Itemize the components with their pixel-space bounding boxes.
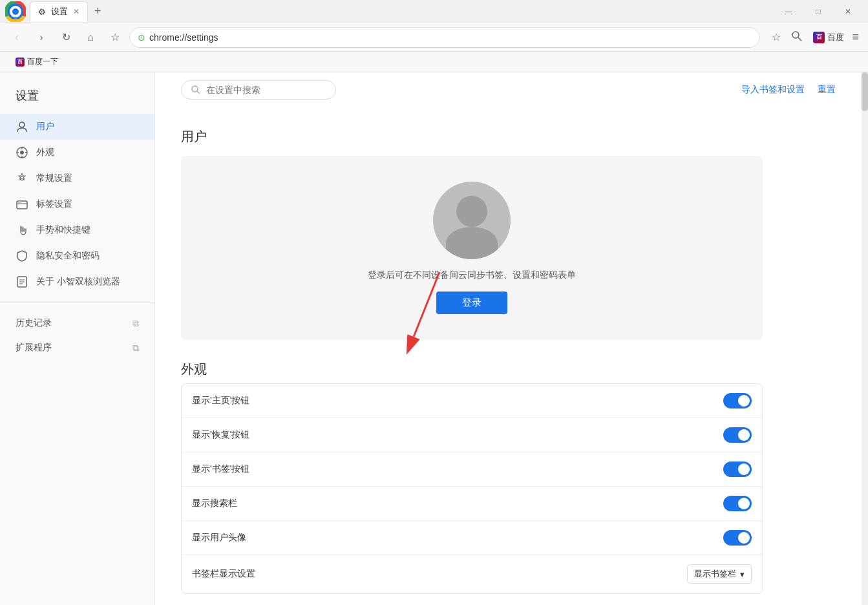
tab-settings-icon: ⚙ <box>38 7 46 17</box>
toggle-avatar[interactable] <box>723 530 752 546</box>
toggle-home[interactable] <box>723 393 752 409</box>
sidebar-gestures-label: 手势和快捷键 <box>36 224 90 236</box>
toggle-row-bookmark: 显示'书签'按钮 <box>182 452 762 487</box>
sidebar-item-privacy[interactable]: 隐私安全和密码 <box>0 243 154 269</box>
content-area: 设置 用户 外观 常规设置 <box>0 72 868 605</box>
svg-rect-14 <box>18 201 21 204</box>
nav-right: ☆ 百 百度 ≡ <box>769 28 862 47</box>
baidu-icon: 百 <box>813 32 825 43</box>
toggle-avatar-label: 显示用户头像 <box>192 532 246 544</box>
home-button[interactable]: ⌂ <box>80 27 101 48</box>
toggle-bookmark[interactable] <box>723 462 752 477</box>
new-tab-button[interactable]: + <box>90 5 105 18</box>
sidebar-users-label: 用户 <box>36 121 54 133</box>
toggle-bookmark-thumb <box>738 463 750 475</box>
bookmarks-bar-select[interactable]: 显示书签栏 ▾ <box>687 564 752 584</box>
sidebar-item-about[interactable]: 关于 小智双核浏览器 <box>0 269 154 295</box>
sidebar-title: 设置 <box>0 83 154 114</box>
header-actions: 导入书签和设置 重置 <box>741 84 836 96</box>
toggle-row-searchbar: 显示搜索栏 <box>182 487 762 521</box>
toggle-restore-thumb <box>738 429 750 441</box>
user-section-wrap: 登录后可在不同设备间云同步书签、设置和密码表单 登录 <box>181 156 763 340</box>
reset-button[interactable]: 重置 <box>818 84 836 96</box>
appearance-section: 外观 显示'主页'按钮 显示'恢复'按钮 <box>181 361 763 594</box>
baidu-label: 百度 <box>827 32 844 43</box>
bookmark-baidu[interactable]: 百 百度一下 <box>10 54 63 70</box>
general-icon <box>16 172 28 185</box>
main-content: 用户 登录后可在不同设备间云同步书签、设置和密码表单 登录 <box>155 107 789 605</box>
scrollbar-thumb[interactable] <box>862 72 868 111</box>
import-button[interactable]: 导入书签和设置 <box>741 84 805 96</box>
svg-line-20 <box>197 91 200 94</box>
avatar-body <box>446 227 498 259</box>
refresh-button[interactable]: ↻ <box>56 27 76 48</box>
privacy-icon <box>16 249 28 262</box>
address-bar-wrap: ⊙ <box>129 27 760 48</box>
about-icon <box>16 275 28 288</box>
login-button[interactable]: 登录 <box>436 292 507 314</box>
sidebar-item-history[interactable]: 历史记录 ⧉ <box>0 311 154 335</box>
secure-icon: ⊙ <box>138 32 145 43</box>
favorites-button[interactable]: ☆ <box>769 28 783 46</box>
forward-button[interactable]: › <box>31 27 52 48</box>
svg-point-2 <box>12 8 19 15</box>
user-card: 登录后可在不同设备间云同步书签、设置和密码表单 登录 <box>181 156 763 340</box>
active-tab[interactable]: ⚙ 设置 ✕ <box>30 1 88 22</box>
user-section-title: 用户 <box>181 123 763 145</box>
toggle-restore[interactable] <box>723 427 752 443</box>
svg-point-5 <box>19 122 25 127</box>
close-button[interactable]: ✕ <box>833 0 863 23</box>
toggle-home-thumb <box>738 395 750 407</box>
dropdown-row-bookmarks-bar: 书签栏显示设置 显示书签栏 ▾ <box>182 555 762 593</box>
sidebar-divider <box>0 302 154 303</box>
browser-logo <box>5 1 26 22</box>
extensions-label: 扩展程序 <box>16 342 52 354</box>
toggle-avatar-thumb <box>738 532 750 544</box>
window-controls: — □ ✕ <box>774 0 863 23</box>
sidebar-item-general[interactable]: 常规设置 <box>0 165 154 191</box>
bookmarks-bar-label: 书签栏显示设置 <box>192 568 255 580</box>
bookmark-star-button[interactable]: ☆ <box>105 27 125 48</box>
back-button[interactable]: ‹ <box>6 27 27 48</box>
sidebar-about-label: 关于 小智双核浏览器 <box>36 276 120 288</box>
sidebar-item-extensions[interactable]: 扩展程序 ⧉ <box>0 335 154 360</box>
settings-search-input[interactable] <box>206 85 326 95</box>
sidebar-item-appearance[interactable]: 外观 <box>0 140 154 165</box>
minimize-button[interactable]: — <box>774 0 803 23</box>
toggle-row-avatar: 显示用户头像 <box>182 521 762 555</box>
sidebar-item-users[interactable]: 用户 <box>0 114 154 140</box>
dropdown-chevron-icon: ▾ <box>740 569 745 579</box>
main-panel: 导入书签和设置 重置 用户 登录后可在不同设备间云同步书签、设置和密码表单 <box>155 72 862 605</box>
toggle-restore-label: 显示'恢复'按钮 <box>192 429 249 441</box>
history-label: 历史记录 <box>16 317 52 329</box>
scrollbar-track[interactable] <box>862 72 868 605</box>
nav-search-button[interactable] <box>789 28 805 47</box>
sidebar-item-gestures[interactable]: 手势和快捷键 <box>0 217 154 243</box>
sidebar-tabs-label: 标签设置 <box>36 198 72 210</box>
toggle-searchbar[interactable] <box>723 496 752 511</box>
toggle-row-restore: 显示'恢复'按钮 <box>182 418 762 452</box>
appearance-toggles-container: 显示'主页'按钮 显示'恢复'按钮 <box>181 383 763 594</box>
svg-point-3 <box>792 32 799 38</box>
baidu-search-area: 百 百度 <box>813 32 844 43</box>
sidebar-item-tabs[interactable]: 标签设置 <box>0 191 154 217</box>
avatar-head <box>456 196 487 227</box>
toggle-searchbar-thumb <box>738 498 750 509</box>
toggle-home-label: 显示'主页'按钮 <box>192 395 249 407</box>
toggle-searchbar-label: 显示搜索栏 <box>192 498 237 509</box>
sidebar: 设置 用户 外观 常规设置 <box>0 72 155 605</box>
user-icon <box>16 120 28 133</box>
settings-header: 导入书签和设置 重置 <box>155 72 862 107</box>
appearance-icon <box>16 146 28 159</box>
menu-button[interactable]: ≡ <box>849 28 862 47</box>
user-description: 登录后可在不同设备间云同步书签、设置和密码表单 <box>368 270 576 281</box>
tab-title: 设置 <box>51 6 68 17</box>
address-input[interactable] <box>149 32 752 43</box>
toggle-bookmark-label: 显示'书签'按钮 <box>192 463 249 475</box>
tab-close-button[interactable]: ✕ <box>73 7 79 16</box>
bookmarks-bar-value: 显示书签栏 <box>694 568 736 580</box>
title-bar: ⚙ 设置 ✕ + — □ ✕ <box>0 0 868 23</box>
settings-search-box[interactable] <box>181 80 336 100</box>
maximize-button[interactable]: □ <box>803 0 833 23</box>
toggle-row-home: 显示'主页'按钮 <box>182 384 762 418</box>
